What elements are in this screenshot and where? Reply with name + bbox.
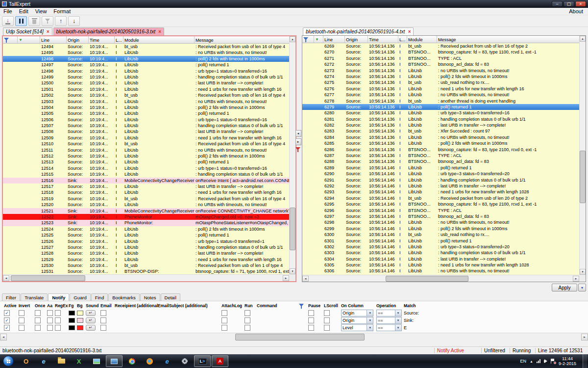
attach_log-checkbox[interactable] [221,325,227,331]
tab-close-icon[interactable]: × [158,29,161,34]
log-row[interactable]: 6281Source:10:56:14.136ILibUsb: handling… [302,116,579,122]
email-checkbox[interactable] [100,317,106,323]
log-row[interactable]: 6299Source:10:56:14.146ILibUsb: poll() 2… [302,226,579,232]
scroll-right-arrow-icon[interactable]: ► [573,276,579,282]
column-filter-icon[interactable] [302,36,314,43]
tailexpert-window-icon[interactable] [106,355,122,367]
log-row[interactable]: 12498Source:10:19:4...ILibUsb: urb type=… [3,68,289,74]
match-field[interactable]: Source: [404,311,443,315]
tab-bookmarks[interactable]: Bookmarks [108,293,140,301]
log-row[interactable]: 12528Source:10:19:4...ILibUsb: last URB … [3,250,289,256]
sound-button[interactable]: ↵ [86,325,96,331]
tab-close-icon[interactable]: × [408,29,411,34]
scroll-left-arrow-icon[interactable]: ◄ [3,275,9,281]
log-row[interactable]: 12520Source:10:19:4...ILibUsb: no URBs w… [3,202,289,208]
log-row[interactable]: 6280Source:10:56:14.136ILibUsb: urb type… [302,110,579,116]
bg-color-swatch[interactable] [77,325,83,330]
sync-right-button[interactable]: ► [295,138,301,145]
column-header-origin[interactable]: Origin [67,36,89,43]
scroll-up-arrow-icon[interactable]: ▲ [290,36,295,42]
internet-explorer-2-icon[interactable]: e [159,355,175,367]
log-row[interactable]: 6287Source:10:56:14.136IBTSNOO...TYPE : … [302,153,579,158]
pause-button[interactable] [15,16,27,26]
match-field[interactable]: E [404,325,443,330]
scroll-right-arrow-icon[interactable]: ► [581,334,588,341]
log-row[interactable]: 12508Source:10:19:4...ILibUsb: last URB … [3,129,289,134]
action-center-flag-icon[interactable] [551,359,555,364]
lscroll-checkbox[interactable] [324,310,330,316]
invert-checkbox[interactable] [19,317,24,323]
bottom-horizontal-scrollbar[interactable]: ◄ ► [0,333,588,341]
sound-button[interactable]: ↵ [86,317,96,323]
aa-checkbox[interactable] [47,317,53,323]
scroll-left-arrow-icon[interactable]: ◄ [0,334,7,341]
chrome-icon[interactable] [123,355,140,367]
log-row[interactable]: 12522Sink:10:19:4...IPhoneMonitormOtaspC… [3,214,289,220]
tab-udp-socket-514-[interactable]: Udp Socket [514]× [3,27,52,35]
log-row[interactable]: 12497Source:10:19:4...ILibUsb: poll() re… [3,62,289,68]
match-field[interactable]: Sink: [404,318,443,323]
log-row[interactable]: 12529Source:10:19:4...ILibUsb: need 1 ur… [3,257,289,263]
log-row[interactable]: 6278Source:10:56:14.136Ibt_usb: another … [302,98,579,104]
log-row[interactable]: 12499Source:10:19:4...ILibUsb: handling … [3,74,289,80]
log-row[interactable]: 6276Source:10:56:14.136ILibUsb: need 1 u… [302,86,579,92]
tab-bluetooth-nok-pairfailed-2014020501916-3-txt[interactable]: bluetooth-nok-pairfailed-2014020501916-3… [53,27,164,35]
settings-gear-icon[interactable] [176,355,193,367]
log-row[interactable]: 12512Source:10:19:4...ILibUsb: poll() 2 … [3,153,289,159]
pause-checkbox[interactable] [308,317,314,323]
tab-notes[interactable]: Notes [140,293,160,301]
lscroll-checkbox[interactable] [324,325,330,331]
language-indicator[interactable]: EN [520,359,527,364]
menu-edit[interactable]: Edit [16,8,32,14]
sound-button[interactable]: ↵ [86,310,96,316]
log-row[interactable]: 6304Source:10:56:14.146ILibUsb: last URB… [302,256,579,262]
log-row[interactable]: 6305Source:10:56:14.146ILibUsb: need 1 u… [302,262,579,268]
follow-tail-icon[interactable]: ▼ [314,36,323,43]
bg-color-swatch[interactable] [77,318,83,323]
tab-detail[interactable]: Detail [161,293,180,301]
scrollbar-thumb[interactable] [580,151,586,203]
column-header-time[interactable]: Time [89,36,115,43]
delete-button[interactable] [28,16,40,26]
column-header-module[interactable]: Module [123,36,195,43]
aa-checkbox[interactable] [47,310,53,316]
active-checkbox[interactable]: ✓ [4,310,10,316]
column-header-l[interactable]: L... [398,36,407,43]
pause-checkbox[interactable] [308,325,314,331]
menu-about[interactable]: About [565,8,588,14]
aa-checkbox[interactable] [47,325,53,331]
log-row[interactable]: 6290Source:10:56:14.146ILibUsb: urb type… [302,171,579,177]
tab-close-icon[interactable]: × [47,29,49,34]
right-vertical-scrollbar[interactable]: ▲ ▼ [579,36,586,275]
menu-format[interactable]: Format [50,8,74,14]
scrollbar-thumb[interactable] [11,275,85,281]
log-row[interactable]: 6303Source:10:56:14.146ILibUsb: handling… [302,250,579,256]
scroll-down-arrow-icon[interactable]: ▼ [290,268,295,274]
on_column-select[interactable]: Origin▼ [341,317,373,324]
menu-view[interactable]: View [32,8,50,14]
invert-checkbox[interactable] [19,310,24,316]
clear-filter-button[interactable] [42,16,53,26]
follow-tail-icon[interactable]: ▼ [18,36,40,43]
tab-translate[interactable]: Translate [21,293,48,301]
log-row[interactable]: 12527Source:10:19:4...ILibUsb: handling … [3,244,289,250]
column-filter-icon[interactable] [3,36,18,43]
start-button[interactable] [3,356,14,367]
log-row[interactable]: 6298Source:10:56:14.146ILibUsb: no URBs … [302,219,579,225]
log-row[interactable]: 12507Source:10:19:4...ILibUsb: handling … [3,123,289,129]
excel-icon[interactable]: X [71,355,87,367]
column-header-origin[interactable]: Origin [345,36,368,43]
bg-color-swatch[interactable] [77,311,83,315]
tab-find[interactable]: Find [91,293,108,301]
log-row[interactable]: 6285Source:10:56:14.136ILibUsb: poll() 2… [302,140,579,146]
log-row[interactable]: 12513Source:10:19:4...ILibUsb: poll() re… [3,159,289,165]
paint-icon[interactable] [88,355,105,367]
log-row[interactable]: 12500Source:10:19:4...ILibUsb: last URB … [3,80,289,86]
regex-checkbox[interactable] [55,317,61,323]
log-row[interactable]: 6301Source:10:56:14.146ILibUsb: poll() r… [302,238,579,244]
log-row[interactable]: 6306Source:10:56:14.146ILibUsb: no URBs … [302,268,579,274]
log-row[interactable]: 12503Source:10:19:4...ILibUsb: no URBs w… [3,99,289,105]
tab-filter[interactable]: Filter [2,293,20,301]
divider-filter-icon[interactable] [295,147,301,152]
run-checkbox[interactable] [245,325,250,331]
